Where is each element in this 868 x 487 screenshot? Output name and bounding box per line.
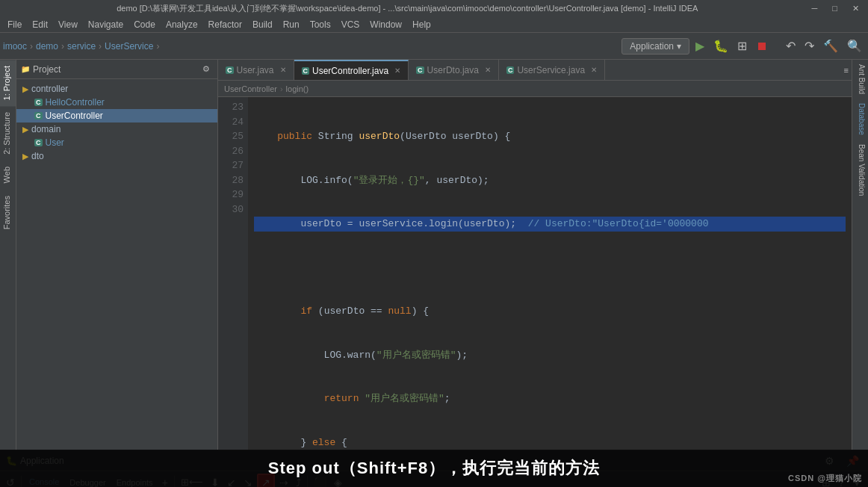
editor-tab-userdto[interactable]: C UserDto.java ✕ [409,60,499,81]
code-line-25: userDto = userService.login(userDto); //… [254,217,846,232]
right-tab-ant[interactable]: Ant Build [852,60,868,99]
run-config-chevron-icon: ▾ [677,41,681,52]
search-everywhere-button[interactable]: 🔍 [844,37,865,55]
watermark: CSDN @理猫小院 [788,473,862,484]
minimize-button[interactable]: ─ [809,4,821,13]
bc-class: UserController [224,84,277,93]
window-controls[interactable]: ─ □ ✕ [809,4,862,13]
tree-item-controller[interactable]: ▶ controller [16,82,217,96]
menu-window[interactable]: Window [365,18,406,31]
tab-label: UserDto.java [427,65,479,75]
step-out-tooltip: Step out（Shift+F8），执行完当前的方法 CSDN @理猫小院 [0,450,868,487]
tree-item-label: User [46,137,64,148]
code-line-27: if (userDto == null) { [254,304,846,319]
run-button[interactable]: ▶ [692,37,707,55]
toolbar-breadcrumb: imooc › demo › service › UserService › [3,41,159,52]
menu-navigate[interactable]: Navigate [84,18,128,31]
class-icon: C [226,66,234,74]
close-icon[interactable]: ✕ [280,66,286,74]
tab-label: UserService.java [517,65,585,75]
undo-button[interactable]: ↶ [783,37,799,55]
editor-tab-userservice[interactable]: C UserService.java ✕ [499,60,605,81]
maximize-button[interactable]: □ [829,4,840,13]
editor-tab-bar: C User.java ✕ C UserController.java ✕ C … [218,60,852,81]
tree-item-dto[interactable]: ▶ dto [16,149,217,163]
tree-item-label: controller [31,84,68,94]
close-icon[interactable]: ✕ [591,66,597,74]
code-line-26 [254,261,846,276]
class-icon: C [34,139,43,146]
menu-refactor[interactable]: Refactor [204,18,247,31]
right-tab-database[interactable]: Database [852,99,868,140]
tree-item-label: dto [31,151,44,161]
breadcrumb-imooc[interactable]: imooc [3,41,27,52]
build-button[interactable]: 🔨 [820,37,841,55]
run-config-label: Application [630,41,674,52]
close-button[interactable]: ✕ [849,4,862,13]
bc-method: login() [286,84,309,93]
tree-item-user[interactable]: C User [16,136,217,149]
menu-edit[interactable]: Edit [28,18,52,31]
tree-item-hellocontroller[interactable]: C HelloController [16,96,217,109]
menu-vcs[interactable]: VCS [337,18,365,31]
code-view[interactable]: public String userDto(UserDto userDto) {… [248,97,852,450]
code-line-29: return "用户名或密码错"; [254,391,846,406]
tree-item-label: HelloController [46,97,105,108]
menu-view[interactable]: View [54,18,82,31]
coverage-button[interactable]: ⊞ [734,37,750,55]
code-line-28: LOG.warn("用户名或密码错"); [254,348,846,363]
debug-button[interactable]: 🐛 [710,37,731,55]
left-sidebar-tabs: 1: Project 2: Structure Web Favorites [0,60,16,450]
sidebar-tab-project[interactable]: 1: Project [0,60,16,106]
code-line-24: LOG.info("登录开始，{}", userDto); [254,173,846,188]
close-icon[interactable]: ✕ [394,66,400,75]
code-line-23: public String userDto(UserDto userDto) { [254,129,846,144]
breadcrumb-service[interactable]: service [67,41,96,52]
project-title: Project [33,64,61,75]
tab-label: UserController.java [312,66,388,76]
tree-folder-icon: ▶ [22,152,28,161]
project-icon: 📁 [21,65,30,73]
menu-code[interactable]: Code [129,18,160,31]
sidebar-tab-favorites[interactable]: Favorites [0,190,16,235]
breadcrumb-userservice[interactable]: UserService [105,41,153,52]
code-breadcrumb: UserController › login() [218,81,852,97]
class-icon: C [416,66,424,74]
sidebar-tab-structure[interactable]: 2: Structure [0,106,16,161]
run-config-button[interactable]: Application ▾ [621,38,689,55]
menu-run[interactable]: Run [279,18,304,31]
editor-tab-usercontroller[interactable]: C UserController.java ✕ [294,60,409,81]
menu-file[interactable]: File [3,18,26,31]
stop-button[interactable]: ⏹ [753,38,771,55]
right-tab-bean[interactable]: Bean Validation [852,140,868,200]
project-tree: ▶ controller C HelloController C UserCon… [16,79,217,450]
project-gear-icon[interactable]: ⚙ [199,63,213,75]
main-area: 1: Project 2: Structure Web Favorites 📁 … [0,60,868,450]
tree-item-label: UserController [46,111,103,121]
line-numbers: 23 24 25 26 27 28 29 30 [218,97,248,450]
breadcrumb-demo[interactable]: demo [36,41,58,52]
tree-item-domain[interactable]: ▶ domain [16,122,217,136]
title-text: demo [D:\慕课网\开发工具idea\从入门到绝不掌握\workspace… [6,3,809,14]
class-icon: C [506,66,515,74]
editor-area: C User.java ✕ C UserController.java ✕ C … [218,60,852,450]
code-line-30: } else { [254,435,846,450]
project-panel-header: 📁 Project ⚙ [16,60,217,79]
class-icon: C [34,99,43,106]
sidebar-tab-web[interactable]: Web [0,161,16,189]
toolbar: imooc › demo › service › UserService › A… [0,33,868,60]
editor-tab-user[interactable]: C User.java ✕ [218,60,294,81]
tree-folder-icon: ▶ [22,125,28,134]
menu-build[interactable]: Build [248,18,277,31]
tab-label: User.java [237,65,274,75]
close-icon[interactable]: ✕ [485,66,491,74]
project-panel: 📁 Project ⚙ ▶ controller C HelloControll… [16,60,218,450]
menu-analyze[interactable]: Analyze [161,18,202,31]
code-content[interactable]: 23 24 25 26 27 28 29 30 public String us… [218,97,852,450]
redo-button[interactable]: ↷ [802,37,817,55]
menu-tools[interactable]: Tools [306,18,335,31]
menu-help[interactable]: Help [408,18,435,31]
editor-tabs-menu-icon[interactable]: ≡ [841,64,852,76]
code-editor[interactable]: UserController › login() 23 24 25 26 27 … [218,81,852,450]
tree-item-usercontroller[interactable]: C UserController [16,109,217,122]
